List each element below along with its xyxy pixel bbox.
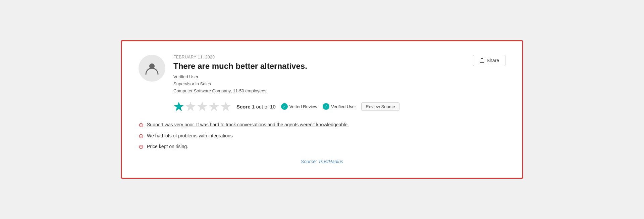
score-value: 1 out of 10 [252, 104, 276, 110]
svg-marker-1 [174, 102, 184, 111]
point-text-2: We had lots of problems with integration… [147, 132, 233, 139]
star-rating [173, 101, 231, 112]
reviewer-info: Verified User Supervisor in Sales Comput… [173, 74, 465, 94]
review-source-label: Review Source [366, 104, 395, 109]
score-label: Score [236, 104, 251, 110]
list-item: ⊖ Support was very poor. It was hard to … [139, 121, 505, 129]
star-1 [173, 101, 184, 112]
share-button[interactable]: Share [473, 55, 505, 66]
star-3 [197, 101, 208, 112]
star-4 [209, 101, 219, 112]
svg-marker-3 [185, 102, 196, 111]
review-header: FEBRUARY 11, 2020 There are much better … [139, 55, 505, 94]
vetted-review-badge: ✓ Vetted Review [281, 103, 317, 110]
reviewer-type: Verified User [173, 74, 198, 79]
reviewer-company: Computer Software Company, 11-50 employe… [173, 88, 266, 93]
review-date: FEBRUARY 11, 2020 [173, 55, 465, 59]
avatar [139, 55, 165, 82]
verified-check-icon: ✓ [323, 103, 329, 110]
review-card: FEBRUARY 11, 2020 There are much better … [121, 40, 523, 179]
review-source-button[interactable]: Review Source [361, 102, 399, 111]
vetted-check-icon: ✓ [281, 103, 288, 110]
source-text: Source: TrustRadius [301, 159, 343, 164]
reviewer-role: Supervisor in Sales [173, 81, 211, 86]
review-meta: FEBRUARY 11, 2020 There are much better … [173, 55, 465, 94]
minus-icon-3: ⊖ [139, 143, 144, 151]
point-text-1: Support was very poor. It was hard to tr… [147, 121, 349, 128]
page-wrapper: FEBRUARY 11, 2020 There are much better … [0, 0, 644, 219]
share-icon [479, 58, 485, 63]
source-footer: Source: TrustRadius [139, 159, 505, 164]
review-points: ⊖ Support was very poor. It was hard to … [139, 121, 505, 151]
point-link-1[interactable]: Support was very poor. It was hard to tr… [147, 122, 349, 127]
list-item: ⊖ Price kept on rising. [139, 143, 505, 151]
svg-marker-4 [197, 102, 207, 111]
point-text-3: Price kept on rising. [147, 143, 188, 150]
svg-marker-5 [209, 102, 219, 111]
minus-icon-2: ⊖ [139, 133, 144, 140]
review-title: There are much better alternatives. [173, 61, 465, 71]
user-icon [145, 61, 159, 76]
score-text: Score 1 out of 10 [236, 104, 276, 110]
svg-marker-6 [221, 102, 231, 111]
star-2 [185, 101, 196, 112]
list-item: ⊖ We had lots of problems with integrati… [139, 132, 505, 140]
star-5 [220, 101, 231, 112]
verified-user-badge: ✓ Verified User [323, 103, 356, 110]
verified-user-label: Verified User [331, 104, 356, 109]
minus-icon-1: ⊖ [139, 122, 144, 129]
vetted-review-label: Vetted Review [289, 104, 317, 109]
share-label: Share [487, 58, 499, 63]
score-row: Score 1 out of 10 ✓ Vetted Review ✓ Veri… [173, 101, 505, 112]
